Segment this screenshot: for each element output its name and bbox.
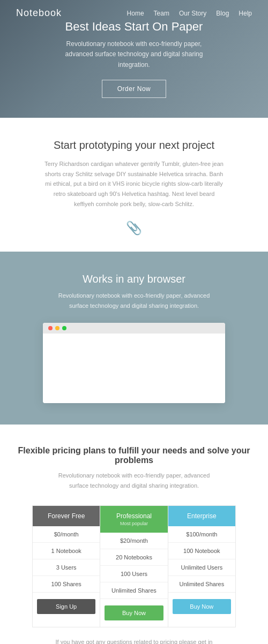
browser-dot-yellow (55, 326, 59, 330)
order-now-button[interactable]: Order Now (102, 80, 167, 98)
browser-title: Works in any browser (16, 273, 252, 285)
buy-now-enterprise-button[interactable]: Buy Now (173, 599, 231, 614)
pricing-price-enterprise: $100/month (168, 526, 235, 543)
pricing-name-enterprise: Enterprise (187, 512, 217, 520)
nav-logo: Notebook (16, 7, 62, 19)
pricing-header-free: Forever Free (33, 506, 100, 526)
nav-team[interactable]: Team (154, 10, 169, 17)
pricing-description: Revolutionary notebook with eco-friendly… (54, 471, 214, 490)
pricing-note: If you have got any questions related to… (54, 637, 214, 644)
pricing-col-pro: Professional Most popular $20/month 20 N… (100, 505, 168, 627)
hero-content: Best Ideas Start On Paper Revolutionary … (59, 20, 209, 98)
pricing-btn-wrap-pro: Buy Now (100, 599, 167, 627)
nav-help[interactable]: Help (239, 10, 252, 17)
pricing-btn-wrap-enterprise: Buy Now (168, 593, 235, 620)
pricing-feature-free-1: 3 Users (33, 559, 100, 576)
browser-window (43, 323, 225, 403)
browser-description: Revolutionary notebook with eco-friendly… (54, 291, 214, 310)
pricing-feature-free-2: 100 Shares (33, 576, 100, 593)
pricing-price-pro: $20/month (100, 533, 167, 549)
nav-home[interactable]: Home (127, 10, 144, 17)
browser-dot-green (62, 326, 66, 330)
nav-blog[interactable]: Blog (216, 10, 229, 17)
nav-links: Home Team Our Story Blog Help (127, 10, 252, 17)
pricing-name-pro: Professional (116, 512, 152, 520)
nav-our-story[interactable]: Our Story (179, 10, 206, 17)
pricing-feature-pro-1: 100 Users (100, 566, 167, 582)
prototype-title: Start prototyping your next project (16, 139, 252, 151)
most-popular-badge: Most popular (105, 521, 163, 526)
browser-bar (43, 323, 225, 334)
pricing-title: Flexible pricing plans to fulfill your n… (11, 446, 257, 465)
browser-section: Works in any browser Revolutionary noteb… (0, 252, 268, 424)
pricing-header-enterprise: Enterprise (168, 506, 235, 526)
pricing-section: Flexible pricing plans to fulfill your n… (0, 425, 268, 644)
prototype-description: Terry Richardson cardigan whatever gentr… (43, 159, 225, 209)
hero-description: Revolutionary notebook with eco-friendly… (59, 39, 209, 70)
browser-content (43, 334, 225, 403)
pricing-feature-enterprise-2: Unlimited Shares (168, 576, 235, 593)
pricing-table: Forever Free $0/month 1 Notebook 3 Users… (32, 505, 236, 627)
pricing-col-enterprise: Enterprise $100/month 100 Notebook Unlim… (168, 505, 236, 627)
pricing-btn-wrap-free: Sign Up (33, 593, 100, 620)
pricing-price-free: $0/month (33, 526, 100, 543)
browser-dot-red (48, 326, 53, 330)
navbar: Notebook Home Team Our Story Blog Help (0, 0, 268, 26)
pricing-name-free: Forever Free (48, 512, 85, 520)
pricing-feature-free-0: 1 Notebook (33, 543, 100, 559)
paperclip-icon: 📎 (16, 221, 252, 236)
pricing-col-free: Forever Free $0/month 1 Notebook 3 Users… (32, 505, 100, 627)
pricing-feature-enterprise-0: 100 Notebook (168, 543, 235, 559)
buy-now-pro-button[interactable]: Buy Now (105, 605, 163, 620)
pricing-feature-pro-2: Unlimited Shares (100, 582, 167, 599)
pricing-feature-enterprise-1: Unlimited Users (168, 559, 235, 576)
prototype-section: Start prototyping your next project Terr… (0, 118, 268, 252)
signup-button[interactable]: Sign Up (37, 599, 95, 614)
pricing-feature-pro-0: 20 Notebooks (100, 549, 167, 566)
pricing-header-pro: Professional Most popular (100, 506, 167, 533)
